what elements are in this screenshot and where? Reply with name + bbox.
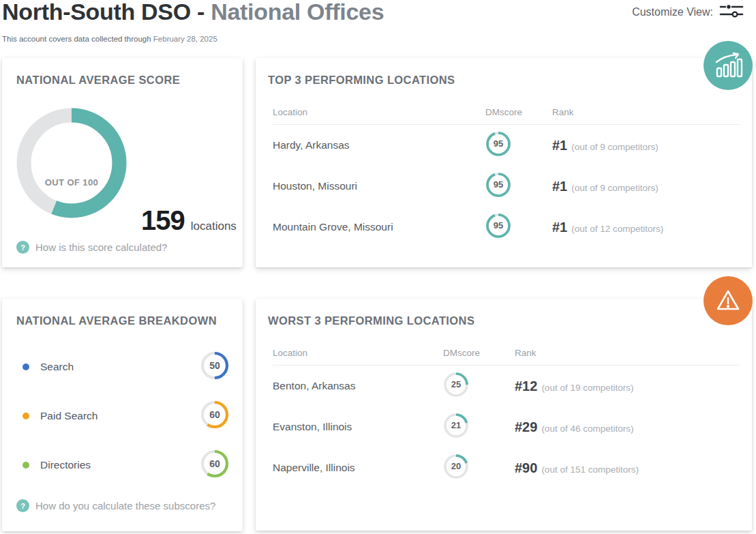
- worst-table-header: Location DMscore Rank: [273, 348, 740, 366]
- table-row: Houston, Missouri 95 #1 (out of 9 compet…: [273, 166, 740, 207]
- score-help-link[interactable]: ? How is this score calculated?: [16, 241, 167, 254]
- svg-text:95: 95: [494, 138, 503, 149]
- list-item: Search 50: [16, 342, 229, 391]
- svg-text:95: 95: [494, 179, 503, 190]
- rank-cell: #1 (out of 9 competitors): [552, 179, 740, 194]
- rank-cell: #1 (out of 9 competitors): [552, 138, 740, 153]
- locations-count-block: 159 locations: [141, 205, 237, 236]
- score-value-box: 56: [50, 138, 93, 174]
- top-locations-title: TOP 3 PERFORMING LOCATIONS: [256, 58, 752, 87]
- data-coverage-note: This account covers data collected throu…: [2, 35, 217, 43]
- paid-search-bullet-dot: [22, 413, 29, 419]
- top-locations-card: TOP 3 PERFORMING LOCATIONS Location DMsc…: [256, 58, 752, 267]
- subscore-ring: 60: [200, 449, 229, 481]
- score-card-title: NATIONAL AVERAGE SCORE: [2, 58, 243, 87]
- column-header-location: Location: [273, 348, 443, 358]
- location-name: Houston, Missouri: [273, 180, 485, 192]
- rank-cell: #29 (out of 46 competitors): [515, 419, 740, 435]
- worst-locations-title: WORST 3 PERFORMING LOCATIONS: [256, 299, 752, 327]
- customize-view-label: Customize View:: [632, 6, 713, 18]
- data-coverage-date: February 28, 2025: [153, 35, 217, 43]
- rank-value: #90: [515, 460, 537, 476]
- location-name: Hardy, Arkansas: [273, 139, 485, 151]
- column-header-location: Location: [273, 107, 485, 117]
- rank-competitors: (out of 46 competitors): [541, 424, 633, 434]
- search-bullet-dot: [22, 364, 29, 370]
- dmscore-ring: 95: [485, 213, 552, 241]
- column-header-rank: Rank: [515, 348, 740, 358]
- sliders-icon[interactable]: [719, 2, 744, 23]
- subscore-ring: 50: [200, 351, 229, 383]
- dmscore-ring: 20: [443, 454, 515, 482]
- svg-text:60: 60: [209, 409, 220, 420]
- rank-value: #1: [552, 220, 567, 235]
- subscores-help-link[interactable]: ? How do you calculate these subscores?: [16, 499, 215, 512]
- dashboard-page: North-South DSO - National Offices This …: [0, 0, 756, 534]
- locations-count: 159: [141, 205, 185, 236]
- svg-text:95: 95: [494, 220, 503, 231]
- svg-text:50: 50: [209, 360, 220, 371]
- national-average-score-card: NATIONAL AVERAGE SCORE 56 OUT OF 100 159…: [2, 58, 243, 267]
- location-name: Benton, Arkansas: [273, 380, 443, 392]
- donut-center: 56 OUT OF 100: [16, 107, 127, 219]
- column-header-dmscore: DMscore: [443, 348, 515, 358]
- page-title-primary: North-South DSO -: [2, 0, 205, 25]
- rank-competitors: (out of 12 competitors): [571, 224, 663, 234]
- dmscore-ring: 21: [443, 413, 515, 441]
- rank-competitors: (out of 19 competitors): [541, 383, 633, 393]
- subscore-label: Search: [40, 361, 74, 373]
- svg-text:60: 60: [209, 458, 220, 469]
- national-score-donut: 56 OUT OF 100: [16, 107, 127, 219]
- rank-cell: #1 (out of 12 competitors): [552, 220, 740, 235]
- score-out-of-label: OUT OF 100: [45, 177, 98, 188]
- top-locations-table: Location DMscore Rank Hardy, Arkansas 95…: [273, 107, 740, 248]
- column-header-dmscore: DMscore: [485, 107, 552, 117]
- table-row: Naperville, Illinois 20 #90 (out of 151 …: [273, 447, 740, 488]
- location-name: Naperville, Illinois: [273, 462, 443, 474]
- svg-text:20: 20: [451, 461, 461, 471]
- breakdown-title: NATIONAL AVERAGE BREAKDOWN: [2, 299, 243, 327]
- rank-value: #1: [552, 179, 567, 194]
- rank-competitors: (out of 9 competitors): [571, 183, 659, 193]
- dmscore-ring: 95: [485, 131, 552, 160]
- score-value: 56: [57, 142, 86, 171]
- svg-text:25: 25: [451, 379, 461, 389]
- worst-locations-table: Location DMscore Rank Benton, Arkansas 2…: [273, 348, 740, 488]
- subscore-label: Directories: [40, 459, 91, 471]
- subscores-help-text: How do you calculate these subscores?: [35, 500, 215, 511]
- location-name: Evanston, Illinois: [273, 421, 443, 433]
- table-row: Hardy, Arkansas 95 #1 (out of 9 competit…: [273, 125, 740, 166]
- subscore-ring: 60: [200, 400, 229, 432]
- trend-up-bars-icon: [704, 41, 753, 90]
- breakdown-list: Search 50 Paid Search 60: [16, 342, 229, 490]
- page-title: North-South DSO - National Offices: [2, 0, 384, 25]
- question-mark-icon: ?: [16, 241, 29, 254]
- rank-competitors: (out of 151 competitors): [541, 464, 639, 475]
- table-row: Mountain Grove, Missouri 95 #1 (out of 1…: [273, 207, 740, 248]
- worst-locations-card: WORST 3 PERFORMING LOCATIONS Location DM…: [256, 299, 752, 531]
- national-average-breakdown-card: NATIONAL AVERAGE BREAKDOWN Search 50 Pai…: [2, 299, 243, 531]
- location-name: Mountain Grove, Missouri: [273, 221, 485, 233]
- rank-value: #1: [552, 138, 567, 153]
- warning-triangle-icon: [704, 276, 753, 325]
- locations-label: locations: [191, 220, 237, 233]
- dmscore-ring: 25: [443, 372, 515, 400]
- table-row: Benton, Arkansas 25 #12 (out of 19 compe…: [273, 366, 740, 406]
- score-help-text: How is this score calculated?: [35, 241, 167, 253]
- list-item: Paid Search 60: [16, 391, 229, 441]
- subscore-label: Paid Search: [40, 410, 97, 422]
- table-row: Evanston, Illinois 21 #29 (out of 46 com…: [273, 406, 740, 447]
- rank-value: #12: [515, 379, 537, 394]
- column-header-rank: Rank: [552, 107, 740, 117]
- rank-competitors: (out of 9 competitors): [571, 142, 659, 152]
- directories-bullet-dot: [22, 462, 29, 469]
- question-mark-icon: ?: [16, 499, 29, 512]
- rank-cell: #90 (out of 151 competitors): [515, 460, 740, 476]
- customize-view-control[interactable]: Customize View:: [632, 2, 744, 23]
- top-table-header: Location DMscore Rank: [273, 107, 740, 125]
- rank-cell: #12 (out of 19 competitors): [515, 379, 740, 394]
- list-item: Directories 60: [16, 441, 229, 490]
- svg-text:21: 21: [451, 420, 461, 430]
- rank-value: #29: [515, 419, 537, 435]
- page-title-secondary: National Offices: [211, 0, 384, 25]
